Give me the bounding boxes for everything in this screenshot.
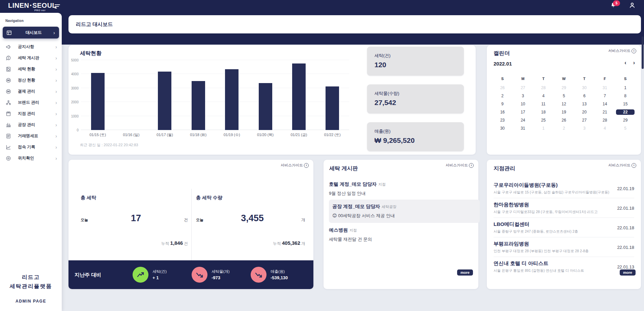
chevron-right-icon: [55, 67, 57, 72]
post-tag: 지점: [379, 182, 386, 186]
calendar-day[interactable]: 7: [595, 94, 615, 98]
calendar-day[interactable]: 11: [533, 102, 554, 106]
calendar-day[interactable]: 5: [615, 126, 636, 131]
document-icon: [5, 133, 11, 139]
calendar-day[interactable]: 3: [513, 94, 533, 98]
quantity-unit-label: 개: [301, 217, 305, 223]
calendar-day-selected[interactable]: 22: [615, 110, 636, 114]
calendar-day[interactable]: 24: [513, 118, 533, 123]
calendar-day[interactable]: 28: [595, 118, 615, 123]
service-guide-label: 서비스가이드: [608, 48, 631, 53]
bar-01/21 (금)[interactable]: [292, 63, 306, 130]
calendar-day[interactable]: 21: [595, 110, 615, 114]
calendar-day[interactable]: 26: [492, 85, 513, 90]
profile-button[interactable]: [628, 2, 637, 10]
calendar-day[interactable]: 2: [554, 126, 574, 131]
calendar-day[interactable]: 30: [574, 85, 595, 90]
calendar-service-guide-link[interactable]: 서비스가이드: [608, 48, 636, 53]
sidebar-toggle-button[interactable]: [55, 4, 60, 9]
app-logo[interactable]: LINEN•SEOUL: [8, 2, 56, 9]
branch-date: 22.01.13: [617, 264, 634, 269]
calendar-day[interactable]: 18: [533, 110, 554, 114]
compare-item-label: 세탁물(개): [212, 269, 230, 274]
calendar-day[interactable]: 14: [595, 102, 615, 106]
calendar-day[interactable]: 17: [513, 110, 533, 114]
sidebar-item-label: 공지사항: [18, 44, 55, 50]
calendar-day[interactable]: 2: [492, 94, 513, 98]
branch-row-0[interactable]: 구로우리아이들병원(구로동)서울 구로구 새말로 15 (구로동, 삼전 솔하임…: [494, 179, 634, 198]
info-icon: [469, 163, 474, 168]
bar-01/19 (수)[interactable]: [225, 69, 239, 130]
sidebar-item-6[interactable]: 브랜드 관리: [0, 97, 62, 108]
board-post-1[interactable]: 공장 계정_데모 담당자세탁공장😊 00세탁공장 서비스 제공 안내: [329, 200, 480, 223]
calendar-day[interactable]: 3: [574, 126, 595, 131]
bar-01/17 (월)[interactable]: [158, 72, 171, 130]
bar-01/22 (토)[interactable]: [326, 86, 339, 130]
scrollbar-thumb[interactable]: [642, 36, 644, 69]
calendar-day[interactable]: 1: [615, 85, 636, 90]
notifications-button[interactable]: 5: [609, 2, 618, 10]
calendar-day[interactable]: 5: [554, 94, 574, 98]
calendar-day[interactable]: 20: [574, 110, 595, 114]
branch-row-2[interactable]: LBO메디컬센터서울 중랑구 망우로 247 (중화동, 로얀스포츠센터) 2층…: [494, 218, 634, 237]
calendar-day[interactable]: 16: [492, 110, 513, 114]
calendar-day[interactable]: 6: [574, 94, 595, 98]
calendar-day[interactable]: 27: [513, 85, 533, 90]
board-more-button[interactable]: more: [457, 269, 473, 276]
sidebar-section-label: Navigation: [5, 19, 62, 23]
sidebar-item-4[interactable]: 정산 현황: [0, 75, 62, 86]
branch-row-4[interactable]: 연신내 호텔 디 아티스트서울 은평구 통일로 891 (갈현동) 연신내 호텔…: [494, 257, 634, 276]
calendar-week-row: 2345678: [492, 92, 636, 100]
sidebar-item-label: 세탁 현황: [18, 66, 55, 72]
calendar-week-row: 2627282930311: [492, 84, 636, 92]
calendar-day[interactable]: 4: [533, 94, 554, 98]
bar-01/18 (화)[interactable]: [192, 81, 205, 130]
calendar-day[interactable]: 26: [554, 118, 574, 123]
cumulative-wash-row: 누적1,846건: [161, 240, 188, 247]
summary-card-1: 세탁물(수량)27,542: [367, 84, 464, 113]
calendar-day[interactable]: 29: [554, 85, 574, 90]
calendar-day[interactable]: 25: [533, 118, 554, 123]
calendar-day[interactable]: 31: [513, 126, 533, 131]
today-quantity-count: 3,455: [203, 213, 301, 224]
calendar-day[interactable]: 19: [554, 110, 574, 114]
calendar-day[interactable]: 1: [533, 126, 554, 131]
branch-service-guide-link[interactable]: 서비스가이드: [608, 163, 636, 168]
admin-page-label: ADMIN PAGE: [0, 299, 62, 304]
bar-01/20 (목)[interactable]: [259, 83, 272, 130]
prev-month-button[interactable]: [624, 60, 626, 66]
branch-row-1[interactable]: 한마음한방병원서울 구로구 디지털로33길 28 (구로동, 우림이비지센터1차…: [494, 198, 634, 218]
board-title: 세탁 게시판: [329, 165, 358, 172]
sidebar-item-8[interactable]: 공장 관리: [0, 119, 62, 130]
calendar-day[interactable]: 8: [615, 94, 636, 98]
week-compare-title: 지난주 대비: [75, 272, 101, 278]
calendar-day[interactable]: 31: [595, 85, 615, 90]
calendar-day[interactable]: 15: [615, 102, 636, 106]
calendar-day[interactable]: 10: [513, 102, 533, 106]
sidebar-item-10[interactable]: 접속 기록: [0, 141, 62, 153]
sidebar-item-5[interactable]: 결제 관리: [0, 86, 62, 97]
branch-row-3[interactable]: 부평프라임병원인천 부평구 대정로 28 (부평동) 인천 부평구 대정로 28…: [494, 237, 634, 257]
bar-01/15 (토)[interactable]: [91, 73, 105, 130]
calendar-day[interactable]: 29: [615, 118, 636, 123]
next-month-button[interactable]: [633, 60, 635, 66]
board-service-guide-link[interactable]: 서비스가이드: [446, 163, 474, 168]
calendar-day[interactable]: 9: [492, 102, 513, 106]
sidebar-item-9[interactable]: 거래명세표: [0, 130, 62, 141]
sidebar-item-1[interactable]: 공지사항: [0, 41, 62, 52]
calendar-day[interactable]: 27: [574, 118, 595, 123]
board-post-0[interactable]: 호텔 계정_데모 담당자지점9월 정산 일정 안내: [329, 181, 473, 197]
calendar-day[interactable]: 13: [574, 102, 595, 106]
sidebar-item-3[interactable]: 세탁 현황: [0, 63, 62, 75]
sidebar-item-dashboard[interactable]: 대시보드: [3, 27, 59, 38]
calendar-day[interactable]: 23: [492, 118, 513, 123]
calendar-day[interactable]: 4: [595, 126, 615, 131]
sidebar-item-7[interactable]: 지점 관리: [0, 108, 62, 119]
sidebar-item-11[interactable]: 위치확인: [0, 153, 62, 164]
calendar-day[interactable]: 28: [533, 85, 554, 90]
calendar-day[interactable]: 12: [554, 102, 574, 106]
sidebar-item-2[interactable]: 세탁 게시판: [0, 52, 62, 63]
calendar-day[interactable]: 30: [492, 126, 513, 131]
board-post-2[interactable]: 예스병원지점세탁물 재전달 건 문의: [329, 227, 473, 242]
branch-more-button[interactable]: more: [620, 269, 636, 276]
